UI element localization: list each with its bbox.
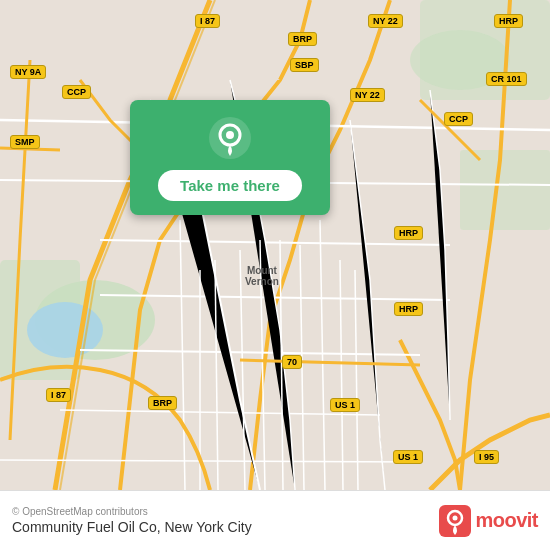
- bottom-info: © OpenStreetMap contributors Community F…: [12, 506, 252, 535]
- map-container: I 87 NY 22 HRP NY 9A BRP SBP CCP NY 22 C…: [0, 0, 550, 490]
- road-badge-i87-top: I 87: [195, 14, 220, 28]
- location-name: Community Fuel Oil Co, New York City: [12, 519, 252, 535]
- road-badge-hrp-mid: HRP: [394, 226, 423, 240]
- road-badge-sbp: SBP: [290, 58, 319, 72]
- svg-point-28: [226, 131, 234, 139]
- road-badge-r70: 70: [282, 355, 302, 369]
- pin-icon: [208, 116, 252, 160]
- road-badge-smp: SMP: [10, 135, 40, 149]
- road-badge-ny9a: NY 9A: [10, 65, 46, 79]
- take-me-there-button[interactable]: Take me there: [158, 170, 302, 201]
- road-badge-us1-bot: US 1: [330, 398, 360, 412]
- bottom-bar: © OpenStreetMap contributors Community F…: [0, 490, 550, 550]
- attribution-text: © OpenStreetMap contributors: [12, 506, 252, 517]
- road-badge-ccp-left: CCP: [62, 85, 91, 99]
- moovit-logo: moovit: [439, 505, 538, 537]
- svg-point-31: [453, 515, 458, 520]
- road-badge-brp-top: BRP: [288, 32, 317, 46]
- road-badge-brp-bot: BRP: [148, 396, 177, 410]
- moovit-brand-icon: [439, 505, 471, 537]
- svg-rect-5: [460, 150, 550, 230]
- road-badge-i87-bot: I 87: [46, 388, 71, 402]
- road-badge-us1-low: US 1: [393, 450, 423, 464]
- road-badge-ny22-top: NY 22: [368, 14, 403, 28]
- road-badge-hrp-low: HRP: [394, 302, 423, 316]
- map-svg: [0, 0, 550, 490]
- place-label-mount-vernon: MountVernon: [245, 265, 279, 287]
- road-badge-ccp-right: CCP: [444, 112, 473, 126]
- road-badge-ny22-mid: NY 22: [350, 88, 385, 102]
- location-card: Take me there: [130, 100, 330, 215]
- road-badge-i95: I 95: [474, 450, 499, 464]
- moovit-text: moovit: [475, 509, 538, 532]
- road-badge-cr101: CR 101: [486, 72, 527, 86]
- road-badge-hrp-top: HRP: [494, 14, 523, 28]
